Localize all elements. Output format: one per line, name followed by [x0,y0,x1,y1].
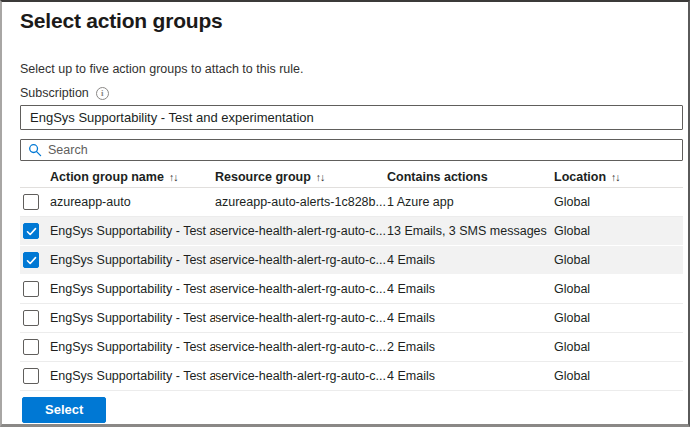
cell-action-group-name: EngSys Supportability - Test a... [50,340,215,354]
table-row[interactable]: azureapp-auto azureapp-auto-alerts-1c828… [20,188,683,217]
cell-location: Global [554,224,683,238]
search-box[interactable] [20,139,683,161]
cell-action-group-name: EngSys Supportability - Test a... [50,224,215,238]
cell-resource-group: service-health-alert-rg-auto-c... [215,369,387,383]
cell-resource-group: service-health-alert-rg-auto-c... [215,253,387,267]
action-groups-table: Action group name ↑↓ Resource group ↑↓ C… [20,166,683,391]
page-title: Select action groups [20,9,223,33]
table-row[interactable]: EngSys Supportability - Test a... servic… [20,304,683,333]
description-text: Select up to five action groups to attac… [20,62,304,76]
cell-action-group-name: EngSys Supportability - Test a... [50,311,215,325]
table-row[interactable]: EngSys Supportability - Test a... servic… [20,275,683,304]
cell-location: Global [554,195,683,209]
search-input[interactable] [48,143,682,157]
subscription-dropdown[interactable]: EngSys Supportability - Test and experim… [20,105,683,130]
table-row[interactable]: EngSys Supportability - Test a... servic… [20,362,683,391]
table-row[interactable]: EngSys Supportability - Test a... servic… [20,217,683,246]
cell-location: Global [554,253,683,267]
sort-arrows-icon[interactable]: ↑↓ [316,171,325,183]
cell-contains-actions: 1 Azure app [387,195,554,209]
cell-contains-actions: 13 Emails, 3 SMS messages [387,224,554,238]
row-checkbox[interactable] [23,223,39,239]
checkbox-cell [20,194,50,210]
select-button[interactable]: Select [22,397,106,423]
cell-location: Global [554,369,683,383]
cell-action-group-name: EngSys Supportability - Test a... [50,253,215,267]
row-checkbox[interactable] [23,310,39,326]
checkmark-icon [26,255,37,266]
cell-action-group-name: azureapp-auto [50,195,215,209]
cell-contains-actions: 4 Emails [387,369,554,383]
info-icon[interactable]: i [96,87,109,100]
subscription-label-text: Subscription [20,86,89,100]
checkmark-icon [26,226,37,237]
table-body: azureapp-auto azureapp-auto-alerts-1c828… [20,188,683,391]
column-header-resource-group[interactable]: Resource group ↑↓ [215,170,387,184]
select-action-groups-panel: Select action groups Select up to five a… [0,0,690,427]
column-header-location[interactable]: Location ↑↓ [554,170,683,184]
row-checkbox[interactable] [23,339,39,355]
row-checkbox[interactable] [23,368,39,384]
checkbox-cell [20,281,50,297]
table-header-row: Action group name ↑↓ Resource group ↑↓ C… [20,166,683,188]
cell-resource-group: service-health-alert-rg-auto-c... [215,224,387,238]
column-header-contains-actions: Contains actions [387,170,554,184]
cell-contains-actions: 4 Emails [387,311,554,325]
search-icon [28,143,42,157]
cell-action-group-name: EngSys Supportability - Test a... [50,282,215,296]
cell-contains-actions: 2 Emails [387,340,554,354]
cell-resource-group: service-health-alert-rg-auto-c... [215,340,387,354]
cell-location: Global [554,282,683,296]
cell-resource-group: service-health-alert-rg-auto-c... [215,311,387,325]
table-row[interactable]: EngSys Supportability - Test a... servic… [20,246,683,275]
subscription-label: Subscription i [20,86,109,100]
table-row[interactable]: EngSys Supportability - Test a... servic… [20,333,683,362]
row-checkbox[interactable] [23,281,39,297]
sort-arrows-icon[interactable]: ↑↓ [611,171,620,183]
checkbox-cell [20,368,50,384]
checkbox-cell [20,252,50,268]
cell-location: Global [554,311,683,325]
row-checkbox[interactable] [23,194,39,210]
cell-resource-group: azureapp-auto-alerts-1c828b... [215,195,387,209]
checkbox-cell [20,310,50,326]
subscription-dropdown-value: EngSys Supportability - Test and experim… [30,110,314,125]
sort-arrows-icon[interactable]: ↑↓ [169,171,178,183]
cell-contains-actions: 4 Emails [387,253,554,267]
cell-resource-group: service-health-alert-rg-auto-c... [215,282,387,296]
cell-contains-actions: 4 Emails [387,282,554,296]
checkbox-cell [20,339,50,355]
cell-action-group-name: EngSys Supportability - Test a... [50,369,215,383]
checkbox-cell [20,223,50,239]
column-header-action-group-name[interactable]: Action group name ↑↓ [50,170,215,184]
row-checkbox[interactable] [23,252,39,268]
cell-location: Global [554,340,683,354]
